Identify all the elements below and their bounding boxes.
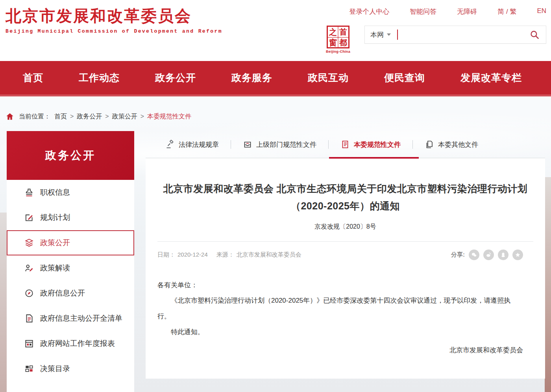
site-title: 北京市发展和改革委员会 [6, 6, 222, 26]
share-wechat-button[interactable] [469, 250, 479, 260]
article: 北京市发展和改革委员会 北京市生态环境局关于印发北京市塑料污染治理行动计划（20… [146, 158, 545, 379]
search-button[interactable] [529, 29, 540, 41]
nav-item-gov-services[interactable]: 政务服务 [231, 71, 272, 84]
date-label: 日期： [157, 251, 175, 259]
catalog-icon [24, 364, 34, 374]
wechat-icon [471, 252, 477, 258]
article-body: 各有关单位： 《北京市塑料污染治理行动计划（2020-2025年）》已经市委深改… [157, 277, 533, 340]
tab-superior-documents[interactable]: 上级部门规范性文件 [231, 140, 328, 149]
compass-icon [24, 288, 34, 298]
top-links: 登录个人中心 智能问答 无障碍 简 / 繁 EN [326, 7, 546, 16]
breadcrumb-separator: > [105, 113, 109, 120]
nav-item-gov-affairs-disclosure[interactable]: 政务公开 [155, 71, 196, 84]
article-title: 北京市发展和改革委员会 北京市生态环境局关于印发北京市塑料污染治理行动计划（20… [157, 158, 533, 215]
link-login-personal-center[interactable]: 登录个人中心 [349, 7, 389, 16]
link-accessibility[interactable]: 无障碍 [457, 7, 477, 16]
seal-char: 之 [328, 27, 338, 37]
sidebar-menu: 职权信息 规划计划 [7, 180, 134, 392]
main-panel: 法律法规规章 上级部门规范性文件 [146, 131, 545, 392]
article-meta: 日期： 2020-12-24 来源： 北京市发展和改革委员会 分享: [157, 250, 533, 260]
breadcrumb-home[interactable]: 首页 [54, 113, 67, 121]
tab-label: 法律法规规章 [179, 140, 219, 149]
share-qq-button[interactable] [498, 250, 508, 260]
gavel-icon [165, 140, 175, 149]
sidebar-title: 政务公开 [7, 131, 134, 180]
site-subtitle: Beijing Municipal Commission of Developm… [6, 28, 222, 34]
layers-icon [24, 238, 34, 248]
interpretation-icon [24, 263, 34, 273]
article-signature: 北京市发展和改革委员会 [157, 346, 533, 355]
seal-char: 窗 [328, 37, 338, 48]
annual-report-icon [24, 338, 34, 349]
document-list-icon [24, 313, 34, 324]
share-weibo-button[interactable] [483, 250, 494, 260]
breadcrumb-label: 当前位置： [19, 113, 50, 121]
source-value: 北京市发展和改革委员会 [237, 251, 301, 259]
meta-date-source: 日期： 2020-12-24 来源： 北京市发展和改革委员会 [157, 251, 301, 259]
sidebar-item-policy-interpretation[interactable]: 政策解读 [7, 255, 134, 281]
nav-item-work-dynamics[interactable]: 工作动态 [79, 71, 120, 84]
breadcrumb-policy-disclosure[interactable]: 政策公开 [112, 113, 137, 121]
search-icon [529, 30, 540, 40]
site-header: 北京市发展和改革委员会 Beijing Municipal Commission… [0, 0, 551, 61]
header-right: 登录个人中心 智能问答 无障碍 简 / 繁 EN 之 首 窗 都 Beijing… [326, 7, 546, 54]
breadcrumb: 当前位置： 首页 > 政务公开 > 政策公开 > 本委规范性文件 [6, 112, 551, 121]
files-icon [425, 140, 434, 149]
search-row: 之 首 窗 都 Beijing-China 本网 [326, 26, 546, 54]
sidebar-item-label: 政府信息主动公开全清单 [40, 313, 122, 324]
paragraph-salutation: 各有关单位： [157, 277, 523, 293]
tab-label: 本委规范性文件 [354, 140, 401, 149]
share-bar: 分享: [451, 250, 533, 260]
tab-commission-normative-documents[interactable]: 本委规范性文件 [329, 140, 412, 149]
document-number: 京发改规〔2020〕8号 [157, 223, 533, 231]
seal-char: 都 [338, 37, 348, 48]
meta-divider [157, 241, 533, 242]
paragraph-closing: 特此通知。 [157, 324, 523, 340]
nav-item-convenience-inquiry[interactable]: 便民查询 [384, 71, 425, 84]
breadcrumb-separator: > [141, 113, 144, 120]
paragraph-main: 《北京市塑料污染治理行动计划（2020-2025年）》已经市委深改委第十四次会议… [157, 293, 523, 324]
sidebar-item-website-annual-report[interactable]: 政府网站工作年度报表 [7, 331, 134, 356]
sidebar-item-policy-disclosure[interactable]: 政策公开 [7, 230, 134, 255]
seal-box: 之 首 窗 都 [327, 26, 349, 48]
link-simplified-traditional[interactable]: 简 / 繁 [497, 7, 516, 16]
search-scope-dropdown[interactable]: 本网 [370, 30, 391, 39]
sidebar-item-gov-info-disclosure[interactable]: 政府信息公开 [7, 281, 134, 306]
breadcrumb-current: 本委规范性文件 [147, 113, 191, 121]
sidebar-item-label: 职权信息 [40, 187, 70, 198]
nav-item-development-reform-column[interactable]: 发展改革专栏 [460, 71, 522, 84]
home-icon[interactable] [6, 112, 14, 121]
nav-item-home[interactable]: 首页 [23, 71, 43, 84]
share-label: 分享: [451, 251, 465, 259]
main-navigation: 首页 工作动态 政务公开 政务服务 政民互动 便民查询 发展改革专栏 [0, 61, 551, 96]
sidebar: 政务公开 职权信息 [7, 131, 134, 392]
breadcrumb-gov-disclosure[interactable]: 政务公开 [77, 113, 102, 121]
document-icon [340, 140, 350, 149]
sidebar-item-label: 规划计划 [40, 213, 70, 223]
tab-commission-other-documents[interactable]: 本委其他文件 [413, 140, 490, 149]
plan-edit-icon [24, 213, 34, 223]
active-tab-underline [329, 157, 419, 159]
seal-char: 首 [338, 27, 348, 37]
publish-date: 2020-12-24 [178, 251, 208, 259]
sidebar-item-label: 政府信息公开 [40, 288, 85, 298]
capital-window-seal-logo[interactable]: 之 首 窗 都 Beijing-China [326, 26, 350, 54]
share-favorite-button[interactable] [512, 250, 523, 260]
sidebar-item-gov-info-list[interactable]: 政府信息主动公开全清单 [7, 306, 134, 331]
link-english[interactable]: EN [537, 7, 546, 16]
star-icon [515, 252, 521, 258]
search-input[interactable] [398, 27, 529, 43]
breadcrumb-separator: > [70, 113, 74, 120]
sidebar-item-label: 政策解读 [40, 263, 70, 273]
qq-icon [500, 252, 506, 258]
tab-laws-regulations[interactable]: 法律法规规章 [153, 140, 231, 149]
link-smart-qa[interactable]: 智能问答 [410, 7, 436, 16]
weibo-icon [486, 252, 492, 258]
sidebar-item-planning[interactable]: 规划计划 [7, 205, 134, 230]
nav-item-public-interaction[interactable]: 政民互动 [308, 71, 349, 84]
sidebar-item-decision-catalog[interactable]: 决策目录 [7, 356, 134, 381]
site-logo[interactable]: 北京市发展和改革委员会 Beijing Municipal Commission… [6, 6, 222, 34]
seal-caption: Beijing-China [326, 50, 350, 54]
inbox-icon [243, 140, 252, 149]
sidebar-item-authority-info[interactable]: 职权信息 [7, 180, 134, 205]
